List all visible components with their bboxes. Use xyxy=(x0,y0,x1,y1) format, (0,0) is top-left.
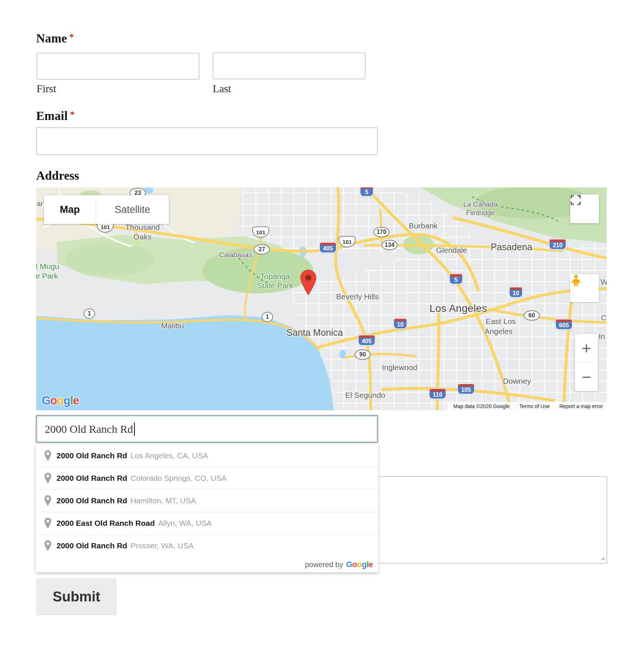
google-wordmark: Google xyxy=(346,560,373,569)
last-name-sublabel: Last xyxy=(213,83,231,95)
last-name-input[interactable] xyxy=(213,52,366,79)
fullscreen-button[interactable] xyxy=(570,194,599,223)
address-input-value: 2000 Old Ranch Rd xyxy=(45,423,133,435)
email-required-asterisk: * xyxy=(70,109,75,120)
google-logo-letter: o xyxy=(50,394,57,407)
email-input[interactable] xyxy=(36,127,378,155)
first-name-sublabel: First xyxy=(37,83,56,95)
place-pin-icon xyxy=(44,518,52,529)
map-data-copyright: Map data ©2020 Google xyxy=(453,403,510,409)
autocomplete-item[interactable]: 2000 Old Ranch Rd Los Angeles, CA, USA xyxy=(36,444,378,467)
google-logo-letter: g xyxy=(64,394,70,407)
autocomplete-item-main: 2000 East Old Ranch Road xyxy=(56,519,155,528)
name-field-label: Name* xyxy=(36,32,74,45)
zoom-control: + − xyxy=(575,334,598,391)
address-search-input[interactable]: 2000 Old Ranch Rd xyxy=(36,415,378,443)
zoom-out-button[interactable]: − xyxy=(575,363,598,391)
autocomplete-item-main: 2000 Old Ranch Rd xyxy=(56,474,127,483)
google-logo-letter: e xyxy=(73,394,79,407)
autocomplete-item-secondary: Prosser, WA, USA xyxy=(130,541,193,550)
google-letter: o xyxy=(352,560,357,569)
google-letter: G xyxy=(346,560,352,569)
pegman-icon xyxy=(570,274,582,290)
email-field-label: Email* xyxy=(36,109,75,123)
google-logo-letter: G xyxy=(42,394,50,407)
places-autocomplete-dropdown: 2000 Old Ranch Rd Los Angeles, CA, USA 2… xyxy=(36,444,378,572)
submit-button[interactable]: Submit xyxy=(37,579,116,615)
autocomplete-item[interactable]: 2000 Old Ranch Rd Hamilton, MT, USA xyxy=(36,489,378,512)
place-pin-icon xyxy=(44,540,52,551)
terms-of-use-link[interactable]: Terms of Use xyxy=(519,403,549,409)
google-logo-letter: l xyxy=(70,394,73,407)
google-letter: e xyxy=(369,560,373,569)
autocomplete-item-main: 2000 Old Ranch Rd xyxy=(56,451,127,460)
autocomplete-item-main: 2000 Old Ranch Rd xyxy=(56,496,127,505)
autocomplete-item-secondary: Hamilton, MT, USA xyxy=(130,496,196,505)
report-map-error-link[interactable]: Report a map error xyxy=(559,403,603,409)
map-type-map-button[interactable]: Map xyxy=(44,195,96,224)
first-name-input[interactable] xyxy=(37,53,199,80)
place-pin-icon xyxy=(44,473,52,484)
google-letter: g xyxy=(362,560,367,569)
place-pin-icon xyxy=(44,495,52,506)
name-required-asterisk: * xyxy=(69,32,74,42)
contact-form-page: Name* First Last Email* Address xyxy=(0,0,644,652)
address-field-label: Address xyxy=(36,169,79,183)
name-label-text: Name xyxy=(36,32,67,45)
map-attribution-bar: Map data ©2020 Google Terms of Use Repor… xyxy=(447,402,607,410)
autocomplete-item-secondary: Los Angeles, CA, USA xyxy=(130,451,208,460)
powered-by-google: powered by Google xyxy=(36,557,378,572)
autocomplete-item-secondary: Colorado Springs, CO, USA xyxy=(130,474,226,483)
zoom-in-button[interactable]: + xyxy=(575,334,598,362)
map-type-satellite-button[interactable]: Satellite xyxy=(96,195,169,224)
autocomplete-item[interactable]: 2000 Old Ranch Rd Prosser, WA, USA xyxy=(36,534,378,557)
autocomplete-item-main: 2000 Old Ranch Rd xyxy=(56,541,127,550)
powered-by-text: powered by xyxy=(305,560,343,569)
place-pin-icon xyxy=(44,450,52,461)
map-type-control: Map Satellite xyxy=(44,195,169,224)
text-caret xyxy=(134,422,135,436)
google-logo-letter: o xyxy=(57,394,64,407)
fullscreen-icon xyxy=(570,194,581,206)
pegman-button[interactable] xyxy=(570,274,599,302)
autocomplete-item[interactable]: 2000 Old Ranch Rd Colorado Springs, CO, … xyxy=(36,467,378,489)
autocomplete-item-secondary: Allyn, WA, USA xyxy=(158,519,212,528)
google-letter: o xyxy=(357,560,362,569)
google-map[interactable]: ar Thousand Oaks Calabasas La Cañada Fli… xyxy=(36,187,607,410)
autocomplete-item[interactable]: 2000 East Old Ranch Road Allyn, WA, USA xyxy=(36,512,378,534)
email-label-text: Email xyxy=(36,109,68,123)
google-logo[interactable]: Google xyxy=(42,394,79,407)
map-marker-pin-icon xyxy=(300,268,317,298)
